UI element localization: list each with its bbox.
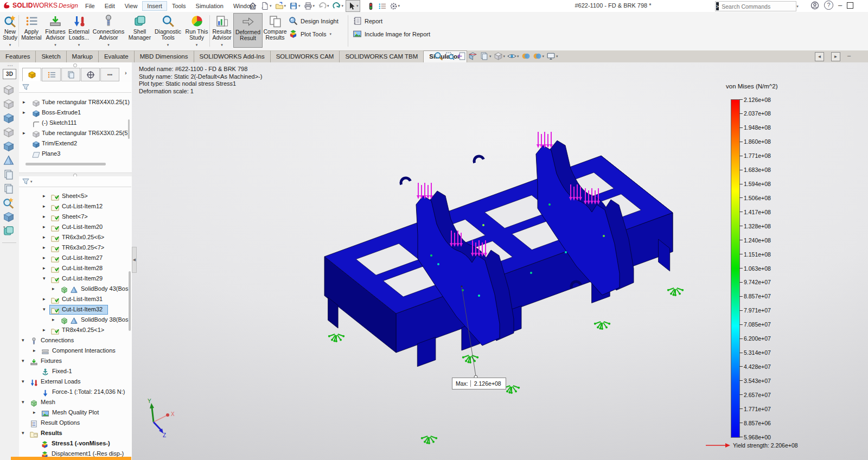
left-toolbar-button-3[interactable] <box>3 112 16 125</box>
previous-view-button[interactable] <box>457 52 466 61</box>
save-button[interactable]: ▾ <box>288 1 302 11</box>
tab-solidworks-cam[interactable]: SOLIDWORKS CAM <box>271 50 340 62</box>
model-canvas[interactable]: Y X Z <box>132 62 868 460</box>
expand-icon[interactable]: ▸ <box>43 253 46 263</box>
open-button[interactable]: ▾ <box>274 1 288 11</box>
dimxpert-manager-tab[interactable] <box>81 68 100 81</box>
ribbon-button-deformed-result[interactable]: DeformedResult <box>233 13 263 48</box>
tab-solidworks-cam-tbm[interactable]: SOLIDWORKS CAM TBM <box>340 50 424 62</box>
tree-item-cut-list-item28[interactable]: ▸ Cut-List-Item28 <box>19 263 131 273</box>
expand-icon[interactable]: ▸ <box>23 128 25 138</box>
maximize-button[interactable] <box>847 2 853 9</box>
left-toolbar-button-8[interactable] <box>3 183 16 196</box>
ribbon-button-fixtures-advisor[interactable]: FixturesAdvisor ▾ <box>44 13 67 48</box>
ribbon-button-results-advisor[interactable]: ResultsAdvisor ▾ <box>211 13 233 48</box>
expand-icon[interactable]: ▸ <box>23 107 25 118</box>
ribbon-minimize-icon[interactable]: – <box>847 52 851 59</box>
feature-filter-row[interactable] <box>19 82 131 93</box>
tree-item-tr6x3x0-25-7[interactable]: ▸ TR6x3x0.25<7> <box>19 242 131 253</box>
toolbar-drag-handle[interactable]: ••• <box>8 63 13 67</box>
ribbon-button-diagnostic-tools[interactable]: DiagnosticTools ▾ <box>154 13 182 48</box>
tree-item-tr8x4x0-25-1[interactable]: ▸ TR8x4x0.25<1> <box>19 325 131 335</box>
selection-filter-button[interactable] <box>366 1 376 11</box>
feature-item-trim-extend2[interactable]: Trim/Extend2 <box>19 138 131 149</box>
ribbon-button-plot-tools[interactable]: Plot Tools▾ <box>289 29 339 39</box>
expand-icon[interactable]: ▾ <box>22 397 24 407</box>
3d-sketch-button[interactable]: 3D <box>3 69 16 79</box>
expand-icon[interactable]: ▾ <box>43 273 46 284</box>
property-manager-tab[interactable] <box>42 68 61 81</box>
ribbon-button-include-image-for-report[interactable]: Include Image for Report <box>353 29 430 39</box>
more-tabs-tab[interactable]: ••• <box>100 68 119 81</box>
menu-simulation[interactable]: Simulation <box>191 1 228 11</box>
expand-icon[interactable]: ▸ <box>43 191 46 201</box>
filter-icon[interactable] <box>22 177 30 186</box>
view-orientation-button[interactable]: ▾ <box>494 52 506 61</box>
expand-icon[interactable]: ▸ <box>43 263 46 273</box>
tree-item-mesh[interactable]: ▾ Mesh <box>19 397 131 407</box>
expand-icon[interactable]: ▸ <box>23 97 25 107</box>
tree-item-cut-list-item31[interactable]: ▸ Cut-List-Item31 <box>19 294 131 304</box>
tree-item-result-options[interactable]: Result Options <box>19 418 131 428</box>
expand-icon[interactable]: ▸ <box>52 284 55 294</box>
search-dropdown-icon[interactable]: ▾ <box>796 4 799 9</box>
dropdown-arrow-icon[interactable]: ▾ <box>330 32 332 36</box>
feature-item-boss-extrude1[interactable]: ▸ Boss-Extrude1 <box>19 107 131 118</box>
tree-item-results[interactable]: ▾ Results <box>19 428 131 438</box>
ribbon-button-compare-results[interactable]: CompareResults <box>263 13 287 48</box>
feature-item-tube-rectangular-tr6x3x0-25-5[interactable]: ▸ Tube rectangular TR6X3X0.25(5) <box>19 128 131 138</box>
left-toolbar-button-11[interactable] <box>3 225 16 238</box>
redo-button[interactable]: ▾ <box>331 1 345 11</box>
vertical-scrollbar[interactable] <box>128 119 130 139</box>
tree-item-fixed-1[interactable]: Fixed-1 <box>19 366 131 376</box>
tree-item-mesh-quality-plot[interactable]: ▸ Mesh Quality Plot <box>19 407 131 418</box>
left-toolbar-button-2[interactable] <box>3 98 16 111</box>
minimize-button[interactable]: – <box>838 1 842 9</box>
dropdown-arrow-icon[interactable]: ▾ <box>44 43 67 47</box>
expand-icon[interactable]: ▾ <box>22 428 24 438</box>
menu-view[interactable]: View <box>120 1 143 11</box>
tab-markup[interactable]: Markup <box>67 50 99 62</box>
dropdown-arrow-icon[interactable]: ▾ <box>67 43 91 47</box>
left-toolbar-button-6[interactable] <box>3 155 16 168</box>
menu-insert[interactable]: Insert <box>142 1 167 11</box>
graphics-viewport[interactable]: Y X Z Model name: #622-1100 - FD & BRK 7… <box>132 62 868 460</box>
tree-item-solidbody-38-bos[interactable]: ▸ SolidBody 38(Bos <box>19 315 131 325</box>
feature-item-sketch111[interactable]: (-) Sketch111 <box>19 118 131 128</box>
search-input[interactable] <box>720 3 796 10</box>
ribbon-button-new-study[interactable]: NewStudy ▾ <box>1 13 19 48</box>
tree-item-external-loads[interactable]: ▾ External Loads <box>19 376 131 387</box>
options-button[interactable]: ▾ <box>388 1 401 11</box>
ribbon-button-run-this-study[interactable]: Run ThisStudy ▾ <box>183 13 210 48</box>
ribbon-button-shell-manager[interactable]: ShellManager <box>126 13 153 48</box>
tree-item-cut-list-item27[interactable]: ▸ Cut-List-Item27 <box>19 253 131 263</box>
left-toolbar-button-1[interactable] <box>3 84 16 97</box>
select-button[interactable]: ▾ <box>346 0 360 12</box>
tree-item-sheet-5[interactable]: ▸ Sheet<5> <box>19 191 131 201</box>
dropdown-arrow-icon[interactable]: ▾ <box>211 43 233 47</box>
new-document-button[interactable]: ▾ <box>259 1 273 11</box>
left-toolbar-button-10[interactable]: ▾ <box>3 211 16 224</box>
ribbon-button-report[interactable]: Report <box>353 16 430 25</box>
expand-icon[interactable]: ▸ <box>33 407 36 418</box>
tab-sketch[interactable]: Sketch <box>36 50 66 62</box>
menu-tools[interactable]: Tools <box>167 1 191 11</box>
expand-icon[interactable]: ▾ <box>22 335 24 346</box>
display-style-button[interactable]: ▾ <box>507 52 519 61</box>
left-toolbar-button-4[interactable] <box>3 126 16 139</box>
expand-icon[interactable]: ▸ <box>43 242 46 253</box>
tab-mbd-dimensions[interactable]: MBD Dimensions <box>135 50 194 62</box>
expand-icon[interactable]: ▸ <box>52 315 55 325</box>
expand-icon[interactable]: ▾ <box>43 304 46 315</box>
zoom-to-area-button[interactable] <box>445 52 455 61</box>
tree-item-connections[interactable]: ▾ Connections <box>19 335 131 346</box>
view-settings-button[interactable]: ▾ <box>546 52 558 61</box>
expand-icon[interactable]: ▾ <box>22 356 24 366</box>
tab-solidworks-add-ins[interactable]: SOLIDWORKS Add-Ins <box>194 50 271 62</box>
feature-item-plane3[interactable]: Plane3 <box>19 149 131 159</box>
tree-item-tr6x3x0-25-6[interactable]: ▸ TR6x3x0.25<6> <box>19 232 131 242</box>
section-view-button[interactable] <box>468 52 477 61</box>
feature-item-tube-rectangular-tr8x4x0-25-1[interactable]: ▸ Tube rectangular TR8X4X0.25(1) <box>19 97 131 107</box>
expand-icon[interactable]: ▸ <box>33 346 36 356</box>
left-toolbar-button-9[interactable] <box>3 197 16 210</box>
